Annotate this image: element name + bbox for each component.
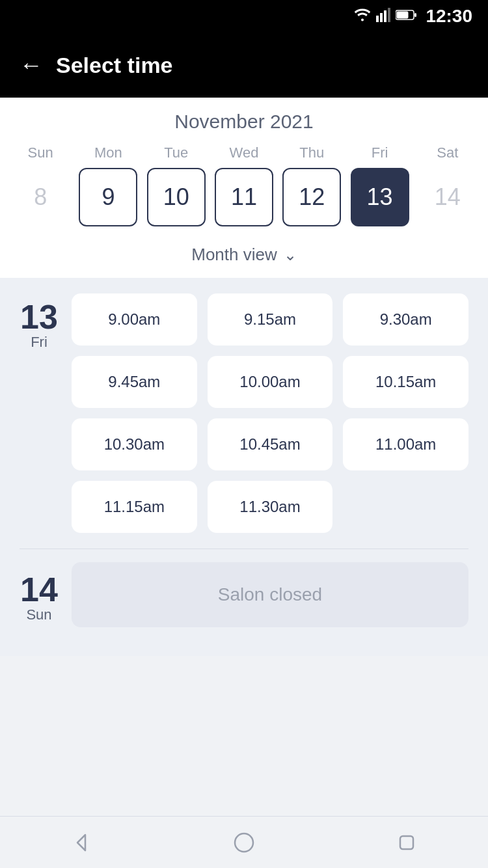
time-slot-1000[interactable]: 10.00am [208,356,333,408]
day-cell-10[interactable]: 10 [142,168,210,226]
time-slot-1030[interactable]: 10.30am [72,418,197,470]
time-slot-1100[interactable]: 11.00am [343,418,468,470]
time-slot-900[interactable]: 9.00am [72,293,197,346]
weekdays-row: Sun Mon Tue Wed Thu Fri Sat [0,144,488,161]
day-12[interactable]: 12 [282,168,341,226]
svg-rect-2 [384,10,386,22]
day-11[interactable]: 11 [215,168,273,226]
battery-icon [396,9,416,23]
bottom-nav [0,816,488,868]
days-row: 8 9 10 11 12 13 14 [0,168,488,236]
month-label: November 2021 [0,111,488,133]
day-10[interactable]: 10 [147,168,206,226]
date-label-14: 14 Sun [20,566,59,623]
salon-closed-label: Salon closed [72,562,468,627]
weekday-sun: Sun [7,144,74,161]
month-view-toggle[interactable]: Month view ⌄ [0,236,488,278]
day-cell-8[interactable]: 8 [7,168,74,226]
day-9[interactable]: 9 [79,168,137,226]
page-title: Select time [56,53,173,78]
date-block-14: 14 Sun Salon closed [20,562,468,627]
svg-rect-9 [400,836,413,849]
svg-rect-3 [388,8,390,22]
nav-back-button[interactable] [62,823,101,862]
recents-nav-icon [395,831,418,854]
app-header: ← Select time [0,33,488,98]
status-icons [354,8,416,25]
date-block-13: 13 Fri 9.00am 9.15am 9.30am 9.45am 10.00… [20,293,468,533]
section-divider [20,549,468,549]
time-slot-915[interactable]: 9.15am [208,293,333,346]
svg-rect-1 [380,13,383,22]
svg-rect-0 [376,16,379,22]
day-8[interactable]: 8 [11,168,70,226]
nav-home-button[interactable] [224,823,264,862]
home-nav-icon [232,831,256,854]
time-slot-1045[interactable]: 10.45am [208,418,333,470]
weekday-fri: Fri [346,144,413,161]
time-slot-1130[interactable]: 11.30am [208,481,333,533]
date-day-14: Sun [26,606,51,623]
status-time: 12:30 [426,6,472,27]
day-14[interactable]: 14 [418,168,477,226]
back-button[interactable]: ← [20,53,43,77]
time-slot-1015[interactable]: 10.15am [343,356,468,408]
day-cell-9[interactable]: 9 [74,168,142,226]
slots-section: 13 Fri 9.00am 9.15am 9.30am 9.45am 10.00… [0,278,488,656]
day-cell-12[interactable]: 12 [278,168,346,226]
date-label-13: 13 Fri [20,293,59,533]
time-slot-1115[interactable]: 11.15am [72,481,197,533]
weekday-sat: Sat [414,144,481,161]
svg-point-8 [235,834,253,852]
date-num-13: 13 [20,300,58,334]
signal-icon [376,8,390,25]
day-13[interactable]: 13 [351,168,409,226]
weekday-thu: Thu [278,144,346,161]
svg-rect-6 [414,13,416,17]
time-slot-945[interactable]: 9.45am [72,356,197,408]
chevron-down-icon: ⌄ [284,246,297,264]
calendar-section: November 2021 Sun Mon Tue Wed Thu Fri Sa… [0,98,488,278]
day-cell-14[interactable]: 14 [414,168,481,226]
day-cell-11[interactable]: 11 [210,168,278,226]
status-bar: 12:30 [0,0,488,33]
svg-rect-5 [397,12,409,19]
month-view-label: Month view [191,245,277,265]
weekday-tue: Tue [142,144,210,161]
back-nav-icon [70,831,93,854]
svg-marker-7 [77,835,85,850]
nav-recents-button[interactable] [387,823,426,862]
wifi-icon [354,8,371,25]
time-slot-930[interactable]: 9.30am [343,293,468,346]
day-cell-13[interactable]: 13 [346,168,413,226]
weekday-wed: Wed [210,144,278,161]
date-day-13: Fri [31,334,47,351]
slots-grid-13: 9.00am 9.15am 9.30am 9.45am 10.00am 10.1… [72,293,468,533]
date-num-14: 14 [20,573,58,606]
weekday-mon: Mon [74,144,142,161]
